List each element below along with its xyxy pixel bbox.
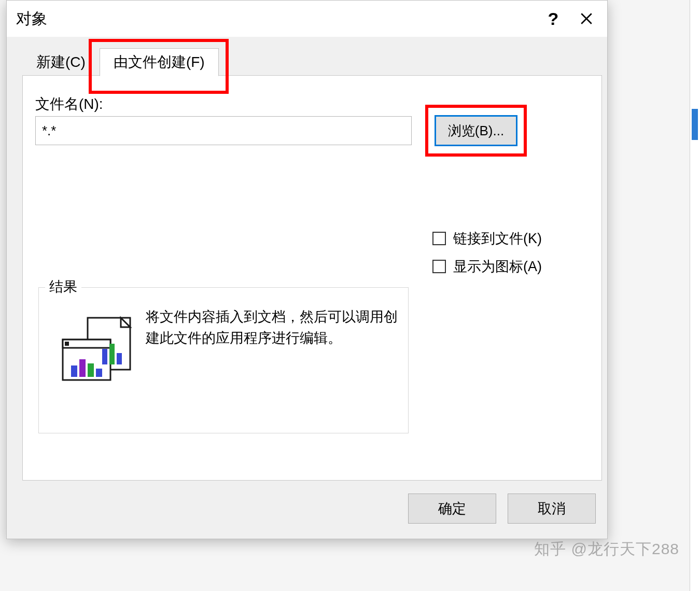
svg-rect-6 bbox=[65, 342, 69, 346]
svg-rect-8 bbox=[109, 344, 115, 364]
cancel-button[interactable]: 取消 bbox=[508, 494, 596, 524]
help-button[interactable]: ? bbox=[537, 1, 570, 37]
tab-new-label: 新建(C) bbox=[36, 52, 86, 72]
tab-create-from-file-label: 由文件创建(F) bbox=[114, 52, 205, 72]
checkbox-display-as-icon[interactable]: 显示为图标(A) bbox=[432, 257, 542, 276]
svg-rect-13 bbox=[96, 369, 102, 377]
dialog-footer: 确定 取消 bbox=[7, 490, 607, 527]
browse-button[interactable]: 浏览(B)... bbox=[435, 115, 517, 146]
background-app-strip bbox=[690, 0, 700, 591]
dialog-title: 对象 bbox=[16, 8, 537, 30]
svg-rect-11 bbox=[79, 359, 86, 377]
svg-rect-12 bbox=[88, 363, 94, 377]
tab-create-from-file[interactable]: 由文件创建(F) bbox=[100, 48, 219, 76]
object-dialog: 对象 ? 新建(C) 由文件创建(F) 文件名(N): 浏览(B)... bbox=[6, 0, 608, 539]
background-ribbon-accent bbox=[692, 109, 698, 140]
result-chart-icon bbox=[58, 315, 135, 387]
filename-label: 文件名(N): bbox=[35, 94, 103, 114]
cancel-button-label: 取消 bbox=[538, 499, 566, 518]
titlebar: 对象 ? bbox=[7, 1, 607, 37]
result-groupbox: 结果 bbox=[38, 287, 409, 433]
watermark-text: 知乎 @龙行天下288 bbox=[534, 539, 679, 560]
svg-rect-5 bbox=[63, 340, 110, 348]
ok-button-label: 确定 bbox=[438, 499, 466, 518]
tab-new[interactable]: 新建(C) bbox=[22, 48, 100, 76]
svg-rect-7 bbox=[102, 349, 107, 364]
checkbox-link-to-file[interactable]: 链接到文件(K) bbox=[432, 229, 542, 248]
browse-button-label: 浏览(B)... bbox=[448, 122, 504, 140]
checkbox-icon-label: 显示为图标(A) bbox=[453, 257, 542, 276]
close-icon bbox=[580, 12, 593, 25]
dialog-body: 新建(C) 由文件创建(F) 文件名(N): 浏览(B)... 链接到文件(K)… bbox=[7, 37, 607, 539]
tab-row: 新建(C) 由文件创建(F) bbox=[22, 46, 592, 76]
ok-button[interactable]: 确定 bbox=[408, 494, 496, 524]
checkbox-link-label: 链接到文件(K) bbox=[453, 229, 542, 248]
filename-input[interactable] bbox=[35, 116, 412, 145]
result-description: 将文件内容插入到文档，然后可以调用创建此文件的应用程序进行编辑。 bbox=[146, 306, 398, 348]
svg-rect-10 bbox=[71, 365, 77, 377]
tab-panel: 文件名(N): 浏览(B)... 链接到文件(K) 显示为图标(A) 结果 bbox=[22, 75, 602, 481]
checkbox-box-icon bbox=[432, 232, 446, 245]
svg-rect-9 bbox=[117, 353, 122, 364]
result-group-title: 结果 bbox=[45, 277, 81, 296]
close-button[interactable] bbox=[570, 1, 603, 37]
checkbox-box-icon bbox=[432, 260, 446, 273]
annotation-highlight-browse: 浏览(B)... bbox=[425, 105, 527, 157]
